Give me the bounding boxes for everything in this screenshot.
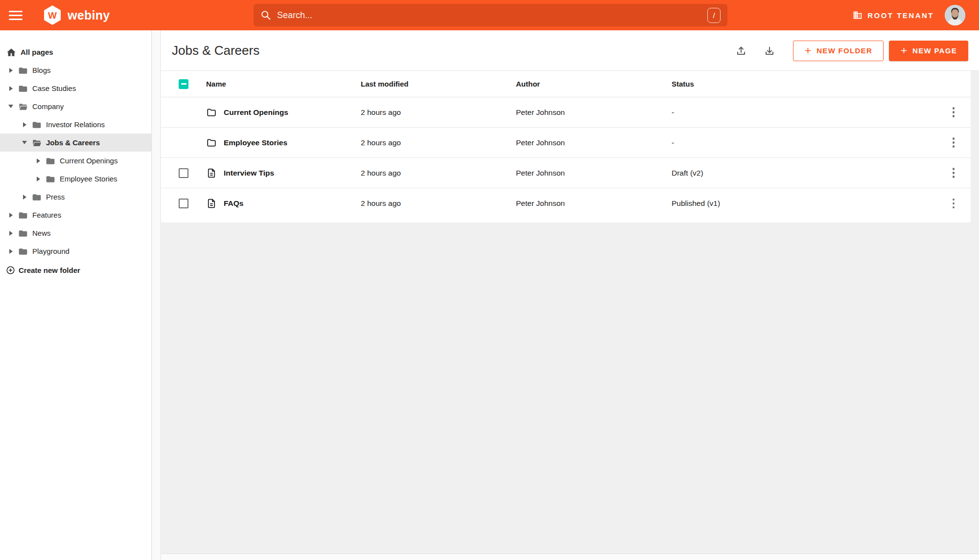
table-header-row: Name Last modified Author Status [161,71,971,97]
cell-status: - [672,138,936,147]
create-new-folder-button[interactable]: Create new folder [0,261,151,279]
cell-last-modified: 2 hours ago [361,108,516,117]
cell-last-modified: 2 hours ago [361,169,516,178]
slash-shortcut-key: / [707,8,721,23]
expand-caret-icon[interactable] [7,86,15,91]
cell-name[interactable]: Interview Tips [224,169,361,178]
sidebar-item-company[interactable]: Company [0,97,151,115]
collapse-caret-icon[interactable] [21,141,28,144]
cell-status: Published (v1) [672,199,936,208]
new-folder-label: NEW FOLDER [816,46,872,55]
folder-icon [46,156,55,166]
svg-text:W: W [48,10,57,21]
expand-caret-icon[interactable] [7,249,15,254]
cell-name[interactable]: Employee Stories [224,138,361,147]
new-page-button[interactable]: NEW PAGE [889,41,968,61]
column-header-author[interactable]: Author [516,80,672,88]
expand-caret-icon[interactable] [7,68,15,73]
sidebar-item-label: Features [32,211,61,219]
folder-open-icon [18,102,28,112]
sidebar-item-jobs-careers[interactable]: Jobs & Careers [0,134,151,152]
export-button[interactable] [760,41,779,61]
row-menu-kebab-icon[interactable] [945,104,962,121]
sidebar-item-employee-stories[interactable]: Employee Stories [0,170,151,188]
sidebar-scroll-gutter[interactable] [152,30,161,560]
tenant-selector[interactable]: ROOT TENANT [853,10,934,20]
search-input[interactable] [277,10,707,21]
sidebar-item-case-studies[interactable]: Case Studies [0,79,151,97]
folder-icon [32,192,42,202]
folder-outline-icon [206,107,217,118]
cell-author: Peter Johnson [516,138,672,147]
cell-author: Peter Johnson [516,199,672,208]
user-avatar[interactable] [945,5,965,25]
sidebar-item-news[interactable]: News [0,224,151,242]
expand-caret-icon[interactable] [21,195,28,200]
main-content: Jobs & Careers [161,30,979,560]
download-icon [764,45,775,57]
cell-name[interactable]: Current Openings [224,108,361,117]
sidebar-item-current-openings[interactable]: Current Openings [0,152,151,170]
sidebar-item-label: Playground [32,247,70,255]
row-checkbox[interactable] [179,168,188,178]
content-header: Jobs & Careers [161,30,979,71]
menu-icon[interactable] [9,9,23,21]
cell-author: Peter Johnson [516,169,672,178]
sidebar-item-all-pages[interactable]: All pages [0,43,151,61]
column-header-last-modified[interactable]: Last modified [361,80,516,88]
header-actions: NEW FOLDER NEW PAGE [731,30,968,71]
webiny-logo[interactable]: W webiny [43,5,110,25]
row-menu-kebab-icon[interactable] [945,164,962,182]
building-icon [853,10,862,20]
content-footer [161,554,979,560]
sidebar-item-label: Employee Stories [60,175,117,183]
folder-icon [18,246,28,256]
sidebar-item-press[interactable]: Press [0,188,151,206]
folder-tree-sidebar: All pages Blogs Case Studies Company Inv… [0,30,152,560]
collapse-caret-icon[interactable] [7,105,15,108]
row-menu-kebab-icon[interactable] [945,134,962,152]
document-icon [206,198,217,209]
sidebar-item-label: Company [32,102,64,111]
table-row[interactable]: FAQs 2 hours ago Peter Johnson Published… [161,188,971,219]
row-checkbox[interactable] [179,199,188,208]
table-row[interactable]: Interview Tips 2 hours ago Peter Johnson… [161,158,971,188]
expand-caret-icon[interactable] [21,122,28,127]
folder-icon [18,84,28,93]
plus-icon [900,47,908,54]
new-page-label: NEW PAGE [912,46,957,55]
new-folder-button[interactable]: NEW FOLDER [793,41,884,61]
import-button[interactable] [731,41,751,61]
sidebar-item-features[interactable]: Features [0,206,151,224]
row-menu-kebab-icon[interactable] [945,195,962,212]
top-bar: W webiny / ROOT TENANT [0,0,979,30]
webiny-hexagon-icon: W [43,5,62,25]
circle-plus-icon [6,266,15,275]
cell-status: Draft (v2) [672,169,936,178]
expand-caret-icon[interactable] [7,231,15,236]
sidebar-item-playground[interactable]: Playground [0,242,151,260]
table-row[interactable]: Current Openings 2 hours ago Peter Johns… [161,97,971,128]
expand-caret-icon[interactable] [7,213,15,218]
cell-author: Peter Johnson [516,108,672,117]
tenant-label: ROOT TENANT [867,11,934,20]
sidebar-item-investor-relations[interactable]: Investor Relations [0,115,151,134]
column-header-name[interactable]: Name [206,80,361,88]
select-all-checkbox[interactable] [179,79,188,89]
document-icon [206,168,217,179]
expand-caret-icon[interactable] [34,158,42,163]
brand-wordmark: webiny [68,8,110,22]
cell-last-modified: 2 hours ago [361,199,516,208]
sidebar-item-label: Investor Relations [46,120,105,129]
column-header-status[interactable]: Status [672,80,936,88]
sidebar-item-blogs[interactable]: Blogs [0,61,151,79]
plus-icon [804,47,812,54]
cell-status: - [672,108,936,117]
cell-name[interactable]: FAQs [224,199,361,208]
expand-caret-icon[interactable] [34,177,42,181]
folder-icon [18,228,28,238]
sidebar-item-label: News [32,229,51,237]
table-row[interactable]: Employee Stories 2 hours ago Peter Johns… [161,128,971,158]
sidebar-item-label: Jobs & Careers [46,138,100,147]
search-bar[interactable]: / [254,4,727,26]
